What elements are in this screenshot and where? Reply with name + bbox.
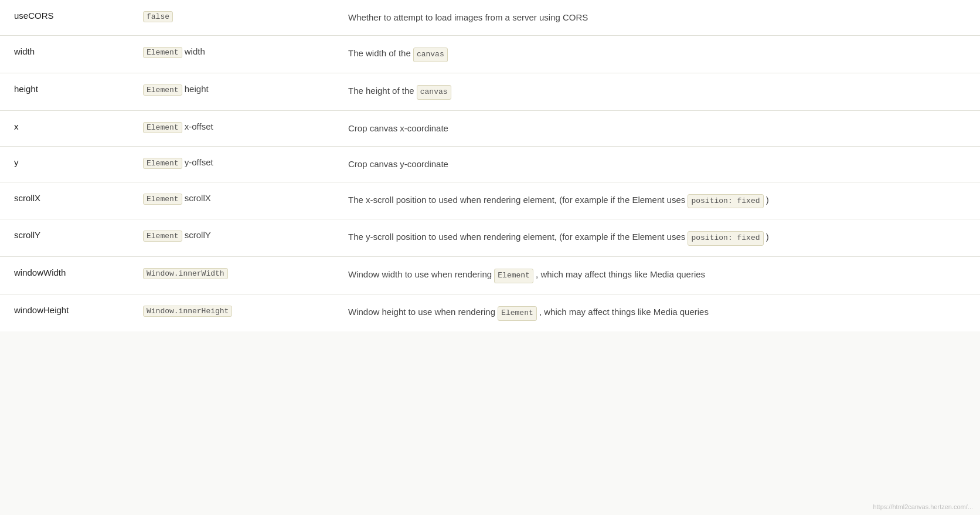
default-plain-text: scrollY	[182, 230, 211, 240]
table-row: windowHeightWindow.innerHeightWindow hei…	[0, 294, 980, 331]
param-description: Window height to use when rendering Elem…	[334, 294, 980, 331]
param-default: Window.innerHeight	[129, 294, 334, 331]
param-default: Window.innerWidth	[129, 257, 334, 294]
param-name: height	[0, 73, 129, 110]
desc-code-tag: position: fixed	[688, 194, 763, 209]
table-row: scrollYElement scrollYThe y-scroll posit…	[0, 219, 980, 257]
table-row: scrollXElement scrollXThe x-scroll posit…	[0, 182, 980, 219]
desc-code-tag: canvas	[413, 48, 448, 62]
default-plain-text: width	[182, 46, 205, 56]
desc-code-tag: position: fixed	[688, 231, 763, 246]
code-tag: Element	[143, 194, 182, 205]
table-row: widthElement widthThe width of the canva…	[0, 36, 980, 73]
desc-text: The x-scroll position to used when rende…	[348, 195, 688, 205]
param-name: x	[0, 110, 129, 146]
code-tag: Element	[143, 158, 182, 169]
param-name: y	[0, 146, 129, 182]
param-description: Whether to attempt to load images from a…	[334, 0, 980, 36]
code-tag: Element	[143, 231, 182, 242]
param-description: Crop canvas y-coordinate	[334, 146, 980, 182]
desc-text: Window height to use when rendering	[348, 307, 498, 317]
url-hint: https://html2canvas.hertzen.com/...	[873, 503, 973, 510]
code-tag: false	[143, 11, 173, 22]
table-row: windowWidthWindow.innerWidthWindow width…	[0, 257, 980, 294]
table-row: xElement x-offsetCrop canvas x-coordinat…	[0, 110, 980, 146]
desc-text: )	[764, 232, 769, 242]
param-name: width	[0, 36, 129, 73]
code-tag: Element	[143, 47, 182, 58]
param-description: The width of the canvas	[334, 36, 980, 73]
param-default: Element scrollY	[129, 219, 334, 257]
param-description: The y-scroll position to used when rende…	[334, 219, 980, 257]
default-plain-text: y-offset	[182, 157, 213, 167]
param-default: Element y-offset	[129, 146, 334, 182]
desc-text: Window width to use when rendering	[348, 269, 494, 279]
param-description: Crop canvas x-coordinate	[334, 110, 980, 146]
docs-table-container: useCORSfalseWhether to attempt to load i…	[0, 0, 980, 515]
desc-text: Crop canvas y-coordinate	[348, 159, 448, 169]
desc-code-tag: canvas	[417, 85, 451, 100]
table-row: yElement y-offsetCrop canvas y-coordinat…	[0, 146, 980, 182]
param-description: The height of the canvas	[334, 73, 980, 110]
desc-text: Whether to attempt to load images from a…	[348, 12, 588, 22]
options-table: useCORSfalseWhether to attempt to load i…	[0, 0, 980, 331]
param-default: Element width	[129, 36, 334, 73]
code-tag: Element	[143, 122, 182, 133]
desc-code-tag: Element	[498, 306, 537, 321]
code-tag: Window.innerHeight	[143, 306, 232, 317]
table-row: useCORSfalseWhether to attempt to load i…	[0, 0, 980, 36]
param-name: useCORS	[0, 0, 129, 36]
desc-code-tag: Element	[494, 269, 533, 283]
param-default: Element scrollX	[129, 182, 334, 219]
param-name: scrollX	[0, 182, 129, 219]
default-plain-text: scrollX	[182, 193, 211, 203]
desc-text: The height of the	[348, 86, 417, 96]
param-default: Element x-offset	[129, 110, 334, 146]
param-default: Element height	[129, 73, 334, 110]
code-tag: Element	[143, 84, 182, 96]
desc-text: )	[764, 195, 769, 205]
code-tag: Window.innerWidth	[143, 268, 228, 279]
param-name: windowHeight	[0, 294, 129, 331]
desc-text: Crop canvas x-coordinate	[348, 123, 448, 133]
param-description: The x-scroll position to used when rende…	[334, 182, 980, 219]
desc-text: , which may affect things like Media que…	[533, 269, 705, 279]
param-name: windowWidth	[0, 257, 129, 294]
param-name: scrollY	[0, 219, 129, 257]
desc-text: The y-scroll position to used when rende…	[348, 232, 688, 242]
desc-text: , which may affect things like Media que…	[537, 307, 709, 317]
param-default: false	[129, 0, 334, 36]
table-row: heightElement heightThe height of the ca…	[0, 73, 980, 110]
default-plain-text: height	[182, 84, 209, 94]
desc-text: The width of the	[348, 48, 413, 58]
default-plain-text: x-offset	[182, 121, 213, 131]
param-description: Window width to use when rendering Eleme…	[334, 257, 980, 294]
